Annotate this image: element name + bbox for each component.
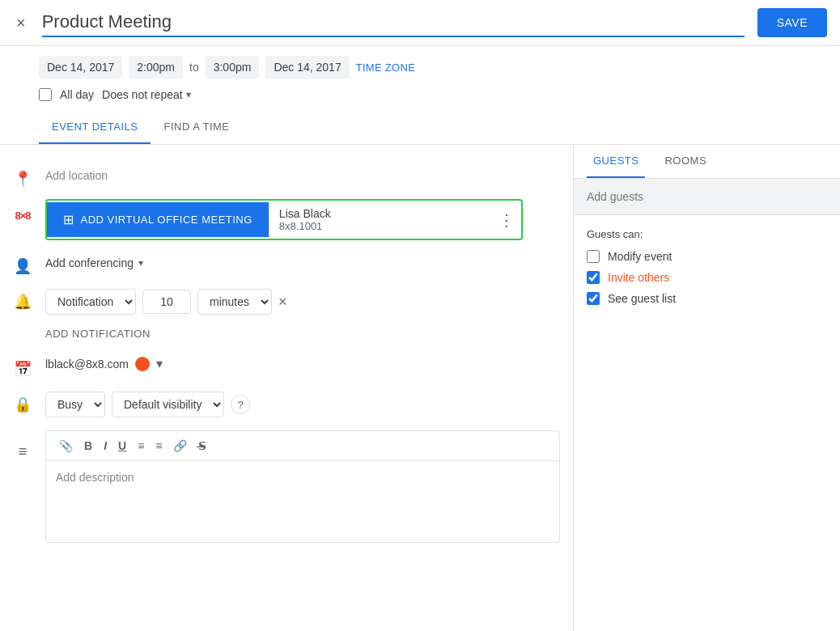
to-label: to — [189, 61, 199, 74]
description-icon: ≡ — [13, 442, 32, 461]
description-content: 📎 B I U ≡ ≡ 🔗 S̶ Add description — [45, 430, 560, 543]
notification-icon: 🔔 — [13, 292, 32, 311]
notification-row: 🔔 Notification minutes × ADD NOTIFICATIO… — [0, 281, 573, 348]
status-row: 🔒 Busy Default visibility ? — [0, 383, 573, 426]
link-button[interactable]: 🔗 — [168, 436, 192, 455]
italic-button[interactable]: I — [99, 436, 112, 455]
tabs-area: EVENT DETAILS FIND A TIME — [0, 111, 840, 145]
location-row: 📍 — [0, 158, 573, 194]
strikethrough-button[interactable]: S̶ — [193, 436, 211, 455]
end-time-button[interactable]: 3:00pm — [206, 56, 260, 78]
location-input[interactable] — [45, 163, 560, 189]
lock-icon: 🔒 — [13, 395, 32, 414]
status-content: Busy Default visibility ? — [45, 388, 560, 421]
attachment-button[interactable]: 📎 — [54, 436, 78, 455]
add-notification-button[interactable]: ADD NOTIFICATION — [45, 324, 151, 343]
calendar-icon: 📅 — [13, 359, 32, 379]
guests-can-title: Guests can: — [587, 228, 827, 240]
notification-unit-select[interactable]: minutes — [197, 289, 272, 315]
8x8-icon: 8×8 — [13, 205, 32, 225]
end-date-button[interactable]: Dec 14, 2017 — [265, 56, 349, 78]
unordered-list-button[interactable]: ≡ — [151, 436, 167, 455]
notification-value-input[interactable] — [142, 290, 191, 314]
status-controls: Busy Default visibility ? — [45, 388, 560, 421]
virtual-meeting-row: 8×8 ⊞ ADD VIRTUAL OFFICE MEETING Lisa Bl… — [0, 194, 573, 245]
see-guest-list-checkbox[interactable] — [587, 292, 600, 305]
modify-event-checkbox[interactable] — [587, 250, 600, 263]
calendar-content: lblack@8x8.com ▾ — [45, 353, 560, 375]
main-tabs: EVENT DETAILS FIND A TIME — [39, 111, 840, 144]
description-toolbar: 📎 B I U ≡ ≡ 🔗 S̶ — [46, 431, 559, 461]
calendar-dropdown-button[interactable]: ▾ — [156, 356, 163, 371]
allday-label: All day — [60, 88, 94, 101]
datetime-row: Dec 14, 2017 2:00pm to 3:00pm Dec 14, 20… — [0, 46, 840, 85]
conferencing-content: Add conferencing ▾ — [45, 250, 560, 276]
location-icon: 📍 — [13, 169, 32, 188]
grid-icon: ⊞ — [63, 212, 74, 227]
meeting-info: Lisa Black 8x8.1001 — [269, 201, 492, 239]
invite-others-permission: Invite others — [587, 271, 827, 284]
right-tabs: GUESTS ROOMS — [574, 145, 840, 179]
conferencing-row: 👤 Add conferencing ▾ — [0, 245, 573, 281]
bold-button[interactable]: B — [79, 436, 97, 455]
notification-content: Notification minutes × ADD NOTIFICATION — [45, 286, 560, 343]
top-bar: × SAVE — [0, 0, 840, 46]
repeat-chevron-icon: ▾ — [186, 89, 191, 100]
allday-checkbox[interactable] — [39, 88, 52, 101]
tab-find-a-time[interactable]: FIND A TIME — [151, 111, 242, 144]
save-button[interactable]: SAVE — [757, 8, 827, 37]
tab-event-details[interactable]: EVENT DETAILS — [39, 111, 151, 144]
start-time-button[interactable]: 2:00pm — [129, 56, 183, 78]
close-button[interactable]: × — [13, 11, 29, 36]
calendar-controls: lblack@8x8.com ▾ — [45, 353, 560, 375]
ordered-list-button[interactable]: ≡ — [133, 436, 149, 455]
calendar-row: 📅 lblack@8x8.com ▾ — [0, 348, 573, 383]
tab-guests[interactable]: GUESTS — [587, 145, 645, 178]
modify-event-permission: Modify event — [587, 250, 827, 263]
repeat-label: Does not repeat — [102, 88, 183, 101]
virtual-meeting-content: ⊞ ADD VIRTUAL OFFICE MEETING Lisa Black … — [45, 199, 560, 240]
help-button[interactable]: ? — [231, 395, 250, 414]
modify-event-label: Modify event — [608, 250, 672, 263]
notification-clear-button[interactable]: × — [278, 294, 287, 311]
meeting-more-button[interactable]: ⋮ — [492, 204, 521, 236]
meeting-name: Lisa Black — [279, 207, 482, 220]
start-date-button[interactable]: Dec 14, 2017 — [39, 56, 122, 78]
add-guests-input[interactable] — [574, 179, 840, 215]
description-editor: 📎 B I U ≡ ≡ 🔗 S̶ Add description — [45, 430, 560, 543]
see-guest-list-permission: See guest list — [587, 292, 827, 305]
right-panel: GUESTS ROOMS Guests can: Modify event In… — [573, 145, 840, 631]
virtual-meeting-label: ADD VIRTUAL OFFICE MEETING — [81, 214, 252, 226]
virtual-meeting-container: ⊞ ADD VIRTUAL OFFICE MEETING Lisa Black … — [45, 199, 523, 240]
allday-row: All day Does not repeat ▾ — [0, 85, 840, 111]
calendar-color-dot — [135, 357, 150, 371]
busy-select[interactable]: Busy — [45, 392, 105, 417]
notification-type-select[interactable]: Notification — [45, 289, 136, 315]
main-layout: 📍 8×8 ⊞ ADD VIRTUAL OFFICE MEETING Lisa … — [0, 145, 840, 631]
event-title-input[interactable] — [42, 8, 745, 37]
description-input[interactable]: Add description — [46, 461, 559, 542]
conferencing-icon: 👤 — [13, 256, 32, 276]
invite-others-label: Invite others — [608, 271, 669, 284]
timezone-button[interactable]: TIME ZONE — [356, 61, 415, 74]
notification-controls: Notification minutes × — [45, 286, 560, 318]
add-conferencing-button[interactable]: Add conferencing ▾ — [45, 250, 143, 276]
calendar-email: lblack@8x8.com — [45, 358, 129, 371]
underline-button[interactable]: U — [113, 436, 131, 455]
add-virtual-meeting-button[interactable]: ⊞ ADD VIRTUAL OFFICE MEETING — [47, 202, 269, 237]
see-guest-list-label: See guest list — [608, 292, 676, 305]
invite-others-checkbox[interactable] — [587, 271, 600, 284]
conferencing-chevron-icon: ▾ — [138, 257, 143, 269]
left-panel: 📍 8×8 ⊞ ADD VIRTUAL OFFICE MEETING Lisa … — [0, 145, 573, 631]
location-content — [45, 163, 560, 189]
repeat-button[interactable]: Does not repeat ▾ — [102, 88, 191, 101]
visibility-select[interactable]: Default visibility — [112, 392, 224, 417]
meeting-id: 8x8.1001 — [279, 220, 482, 232]
guests-can-section: Guests can: Modify event Invite others S… — [574, 215, 840, 326]
tab-rooms[interactable]: ROOMS — [658, 145, 713, 178]
conferencing-label: Add conferencing — [45, 256, 134, 269]
description-row: ≡ 📎 B I U ≡ ≡ 🔗 S̶ Add description — [0, 426, 573, 548]
